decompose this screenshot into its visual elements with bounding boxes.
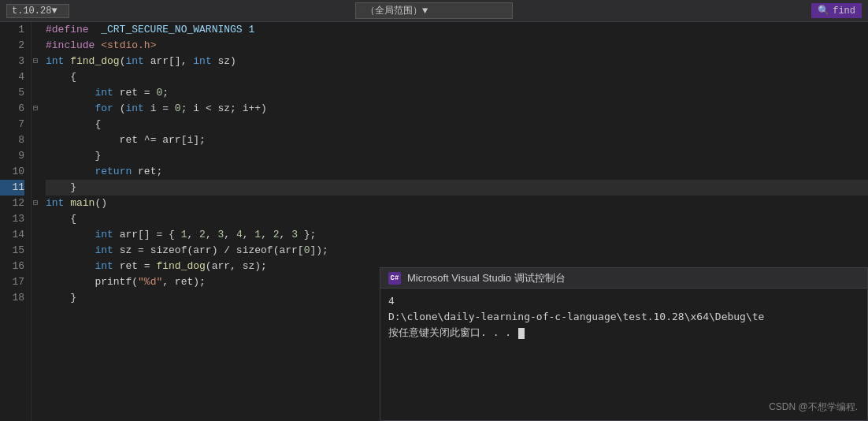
- debug-console: C# Microsoft Visual Studio 调试控制台 4D:\clo…: [380, 267, 868, 421]
- toolbar: t.10.28 ▼ （全局范围） ▼ 🔍 find: [0, 0, 868, 22]
- file-dropdown[interactable]: t.10.28 ▼: [6, 4, 69, 18]
- fold-icon[interactable]: ⊟: [33, 101, 46, 117]
- line-number: 10: [0, 164, 24, 180]
- fold-icon: [33, 290, 46, 306]
- find-button[interactable]: 🔍 find: [811, 3, 862, 18]
- code-line: {: [46, 69, 868, 85]
- line-number: 14: [0, 227, 24, 243]
- fold-icon: [33, 38, 46, 54]
- line-number: 15: [0, 243, 24, 259]
- code-line: ret ^= arr[i];: [46, 132, 868, 148]
- line-number: 6: [0, 101, 24, 117]
- code-line: int ret = 0;: [46, 85, 868, 101]
- line-number: 4: [0, 69, 24, 85]
- code-line: int main(): [46, 196, 868, 211]
- find-label: find: [833, 6, 855, 17]
- code-line: return ret;: [46, 164, 868, 180]
- line-number: 11: [0, 180, 24, 196]
- fold-icon: [33, 148, 46, 164]
- console-output-line: 4: [388, 293, 859, 309]
- fold-icon: [33, 274, 46, 290]
- fold-icon: [33, 85, 46, 101]
- code-line: #include <stdio.h>: [46, 38, 868, 54]
- fold-icon: [33, 211, 46, 227]
- console-output-line: 按任意键关闭此窗口. . .: [388, 325, 859, 341]
- line-number: 13: [0, 211, 24, 227]
- line-number: 17: [0, 274, 24, 290]
- vs-icon-label: C#: [391, 274, 399, 282]
- console-output-line: D:\clone\daily-learning-of-c-language\te…: [388, 309, 859, 325]
- file-label: t.10.28: [12, 6, 51, 17]
- code-line: }: [46, 180, 868, 196]
- line-number: 18: [0, 290, 24, 306]
- scope-dropdown-arrow-icon: ▼: [422, 6, 428, 17]
- line-number: 7: [0, 117, 24, 132]
- cursor: [518, 328, 525, 339]
- line-number: 2: [0, 38, 24, 54]
- watermark: CSDN @不想学编程.: [769, 401, 858, 414]
- code-line: }: [46, 148, 868, 164]
- dropdown-arrow-icon: ▼: [51, 6, 57, 17]
- fold-icon: [33, 69, 46, 85]
- toolbar-left: t.10.28 ▼: [6, 4, 355, 18]
- line-number: 12: [0, 196, 24, 211]
- console-title: Microsoft Visual Studio 调试控制台: [407, 271, 566, 285]
- line-number: 9: [0, 148, 24, 164]
- fold-icon: [33, 164, 46, 180]
- line-numbers: 123456789101112131415161718: [0, 22, 32, 421]
- fold-icon: [33, 227, 46, 243]
- fold-icon[interactable]: ⊟: [33, 54, 46, 69]
- line-number: 8: [0, 132, 24, 148]
- code-line: int sz = sizeof(arr) / sizeof(arr[0]);: [46, 243, 868, 259]
- fold-icon: [33, 180, 46, 196]
- line-number: 16: [0, 259, 24, 274]
- scope-label: （全局范围）: [365, 4, 422, 17]
- line-number: 5: [0, 85, 24, 101]
- code-line: {: [46, 117, 868, 132]
- code-line: #define _CRT_SECURE_NO_WARNINGS 1: [46, 22, 868, 38]
- fold-gutter: ⊟⊟⊟: [32, 22, 46, 421]
- editor-container: 123456789101112131415161718 ⊟⊟⊟ #define …: [0, 22, 868, 421]
- fold-icon: [33, 22, 46, 38]
- vs-icon: C#: [388, 272, 401, 285]
- fold-icon: [33, 243, 46, 259]
- fold-icon[interactable]: ⊟: [33, 196, 46, 211]
- console-titlebar: C# Microsoft Visual Studio 调试控制台: [380, 268, 867, 289]
- fold-icon: [33, 259, 46, 274]
- find-icon: 🔍: [818, 5, 829, 17]
- code-line: int arr[] = { 1, 2, 3, 4, 1, 2, 3 };: [46, 227, 868, 243]
- code-line: {: [46, 211, 868, 227]
- toolbar-right: 🔍 find: [513, 3, 862, 18]
- fold-icon: [33, 117, 46, 132]
- toolbar-center: （全局范围） ▼: [355, 2, 513, 19]
- line-number: 3: [0, 54, 24, 69]
- scope-dropdown[interactable]: （全局范围） ▼: [355, 2, 513, 19]
- fold-icon: [33, 132, 46, 148]
- code-line: for (int i = 0; i < sz; i++): [46, 101, 868, 117]
- line-number: 1: [0, 22, 24, 38]
- code-line: int find_dog(int arr[], int sz): [46, 54, 868, 69]
